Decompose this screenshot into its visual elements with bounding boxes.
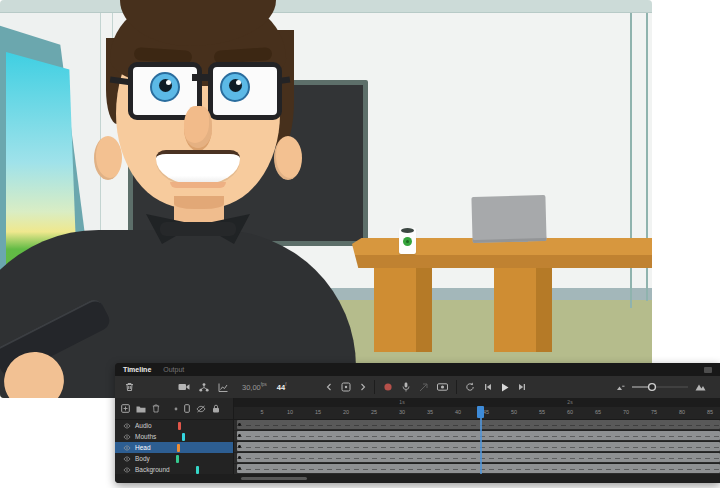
current-frame-icon[interactable] <box>341 382 351 392</box>
solo-dot-icon[interactable] <box>174 407 178 411</box>
track-row[interactable]: Head <box>115 442 233 453</box>
clip-bar[interactable] <box>237 453 720 462</box>
track-name: Body <box>135 455 150 462</box>
eyebrow-left <box>134 47 193 64</box>
track-row[interactable]: Audio <box>115 420 233 431</box>
keyframe-dot[interactable] <box>238 423 241 426</box>
track-visibility-icon[interactable] <box>123 423 131 429</box>
tab-output[interactable]: Output <box>163 366 184 373</box>
track-name: Mouths <box>135 433 156 440</box>
keyframe-dot[interactable] <box>238 445 241 448</box>
track-row[interactable]: Mouths <box>115 431 233 442</box>
clip-bar[interactable] <box>237 431 720 440</box>
keyframe-dot[interactable] <box>238 467 241 470</box>
coffee-cup-opening <box>401 228 414 233</box>
delete-icon[interactable] <box>152 404 160 413</box>
track-row[interactable]: Body <box>115 453 233 464</box>
camera-icon[interactable] <box>178 383 190 391</box>
clip-bar[interactable] <box>237 464 720 473</box>
folder-icon[interactable] <box>136 405 146 413</box>
arm-for-record-icon[interactable] <box>419 383 428 392</box>
timeline-panel: Timeline Output 30,00fps 44f <box>115 363 720 483</box>
track-name: Head <box>135 444 151 451</box>
eyebrow-right <box>214 47 273 64</box>
zoom-mountain-icon[interactable] <box>695 383 706 391</box>
ruler-tick: 85 <box>702 409 718 415</box>
keyframe-dot[interactable] <box>238 456 241 459</box>
lane-row-background[interactable] <box>234 463 720 474</box>
ruler-tick: 55 <box>534 409 550 415</box>
track-list: Audio Mouths Head Body Background <box>115 420 233 475</box>
ruler-tick: 60 <box>562 409 578 415</box>
track-color-swatch[interactable] <box>182 433 185 441</box>
ruler-tick: 5 <box>254 409 270 415</box>
track-color-swatch[interactable] <box>196 466 199 474</box>
panel-tab-bar: Timeline Output <box>115 363 720 376</box>
ruler-tick: 75 <box>646 409 662 415</box>
horizontal-scrollbar[interactable] <box>115 474 720 483</box>
ruler-tick: 30 <box>394 409 410 415</box>
ruler-tick: 15 <box>310 409 326 415</box>
zoom-slider[interactable] <box>632 382 688 392</box>
chalkboard <box>128 80 368 246</box>
play-icon[interactable] <box>501 383 509 392</box>
track-color-swatch[interactable] <box>177 444 180 452</box>
window-view <box>6 52 78 342</box>
panel-menu-icon[interactable] <box>704 367 712 373</box>
playhead-marker[interactable] <box>477 406 484 418</box>
track-visibility-icon[interactable] <box>123 467 131 473</box>
timeline-toolbar: 30,00fps 44f <box>115 376 720 398</box>
ruler-tick: 65 <box>590 409 606 415</box>
track-visibility-icon[interactable] <box>123 445 131 451</box>
ruler-tick: 50 <box>506 409 522 415</box>
next-frame-icon[interactable] <box>518 383 526 391</box>
microphone-icon[interactable] <box>402 382 410 392</box>
track-color-swatch[interactable] <box>178 422 181 430</box>
tab-timeline[interactable]: Timeline <box>123 366 151 373</box>
trash-icon[interactable] <box>125 382 134 392</box>
animation-scene <box>0 0 652 398</box>
device-icon[interactable] <box>184 404 190 413</box>
loop-icon[interactable] <box>465 382 475 392</box>
ruler-tick: 70 <box>618 409 634 415</box>
track-visibility-icon[interactable] <box>123 456 131 462</box>
rig-hierarchy-icon[interactable] <box>199 383 209 392</box>
ruler-tick: 80 <box>674 409 690 415</box>
clip-bar[interactable] <box>237 420 720 429</box>
track-name: Audio <box>135 422 152 429</box>
desk-leg <box>374 266 432 352</box>
ceiling <box>0 0 652 13</box>
hide-icon[interactable] <box>196 405 206 413</box>
ruler-tick: 35 <box>422 409 438 415</box>
wall-panel-line <box>112 13 113 83</box>
clip-bar[interactable] <box>237 442 720 451</box>
ruler-tick: 40 <box>450 409 466 415</box>
timeline-lane-area[interactable]: 1s2s 510152025303540455055606570758085 <box>234 398 720 474</box>
desk-leg <box>494 266 552 352</box>
track-color-swatch[interactable] <box>176 455 179 463</box>
wall-panel-line <box>100 13 101 293</box>
ruler-tick: 25 <box>366 409 382 415</box>
previous-frame-icon[interactable] <box>484 383 492 391</box>
fps-display[interactable]: 30,00fps <box>242 382 267 392</box>
playhead-line <box>480 417 482 474</box>
previous-keyframe-icon[interactable] <box>326 383 332 391</box>
performance-graph-icon[interactable] <box>218 383 228 392</box>
frame-display[interactable]: 44f <box>277 382 287 392</box>
ruler-second-marker: 2s <box>564 399 576 405</box>
next-keyframe-icon[interactable] <box>360 383 366 391</box>
zoom-fit-icon[interactable] <box>616 384 625 391</box>
scrollbar-thumb[interactable] <box>241 477 307 480</box>
desk <box>352 238 652 268</box>
record-icon[interactable] <box>383 382 393 392</box>
keyframe-dot[interactable] <box>238 434 241 437</box>
monitor <box>471 195 546 243</box>
ruler-tick: 20 <box>338 409 354 415</box>
lock-icon[interactable] <box>212 404 220 413</box>
track-name: Background <box>135 466 170 473</box>
ruler-tick: 10 <box>282 409 298 415</box>
track-visibility-icon[interactable] <box>123 434 131 440</box>
add-track-icon[interactable] <box>121 404 130 413</box>
camera-record-icon[interactable] <box>437 383 448 391</box>
track-header-toolbar <box>115 398 233 420</box>
